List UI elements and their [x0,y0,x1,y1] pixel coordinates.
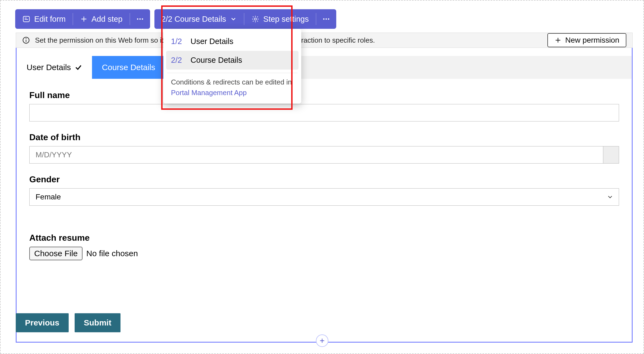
chevron-down-icon [230,15,237,23]
form-actions: Previous Submit [16,313,120,332]
svg-point-11 [328,18,329,20]
gender-value[interactable] [29,188,619,206]
step-switcher-button[interactable]: 2/2 Course Details [154,9,244,29]
command-bar-row: Edit form Add step 2/2 Course Details [15,9,336,29]
svg-point-10 [325,18,327,20]
plus-icon [80,15,88,23]
edit-form-label: Edit form [34,15,66,24]
plus-icon [554,37,561,44]
svg-point-14 [26,38,26,39]
full-name-label: Full name [29,90,619,100]
portal-management-link[interactable]: Portal Management App [171,89,247,97]
gender-label: Gender [29,174,619,184]
dob-label: Date of birth [29,132,619,142]
divider [167,73,297,73]
add-step-label: Add step [91,15,122,24]
info-icon [22,36,30,44]
svg-point-9 [323,18,324,20]
permission-info-bar: Set the permission on this Web form so i… [16,33,633,48]
date-picker-button[interactable] [603,146,619,163]
step-dropdown: 1/2 User Details 2/2 Course Details Cond… [163,29,301,104]
tab-course-details-label: Course Details [102,63,155,72]
svg-point-8 [254,18,256,20]
dob-input[interactable] [29,146,619,164]
gear-icon [251,15,259,23]
gender-select[interactable] [29,188,619,206]
step-more-button[interactable] [316,9,336,29]
command-bar-form: Edit form Add step [15,9,150,29]
tab-user-details[interactable]: User Details [17,56,92,79]
field-attach-resume: Attach resume Choose File No file chosen [29,233,619,260]
step-settings-button[interactable]: Step settings [244,9,316,29]
add-section-button[interactable] [316,334,328,347]
edit-form-button[interactable]: Edit form [15,9,73,29]
step-tabs: User Details Course Details [17,56,632,79]
choose-file-button[interactable]: Choose File [29,247,83,260]
svg-rect-0 [23,16,30,22]
no-file-text: No file chosen [86,249,138,258]
step-dropdown-item-1[interactable]: 1/2 User Details [166,32,299,51]
field-gender: Gender [29,174,619,206]
step-settings-label: Step settings [263,15,309,24]
attach-label: Attach resume [29,233,619,243]
step-name: User Details [191,37,233,46]
form-area: Full name Date of birth Gender Attach re… [17,82,632,340]
step-dropdown-item-2[interactable]: 2/2 Course Details [166,51,299,70]
ellipsis-icon [322,15,330,23]
svg-point-5 [137,18,138,20]
tab-user-details-label: User Details [27,63,71,72]
new-permission-label: New permission [565,36,619,45]
dropdown-note: Conditions & redirects can be edited in … [166,77,299,98]
submit-button[interactable]: Submit [75,313,121,332]
current-step-label: 2/2 Course Details [161,15,226,24]
svg-point-6 [139,18,141,20]
field-dob: Date of birth [29,132,619,164]
form-more-button[interactable] [130,9,150,29]
add-step-button[interactable]: Add step [73,9,129,29]
ellipsis-icon [136,15,144,23]
form-icon [22,15,30,23]
dropdown-note-text: Conditions & redirects can be edited in [171,78,292,86]
tab-course-details[interactable]: Course Details [92,56,165,79]
new-permission-button[interactable]: New permission [547,33,626,47]
check-icon [75,64,82,71]
svg-point-7 [142,18,143,20]
step-name: Course Details [191,56,242,65]
field-full-name: Full name [29,90,619,121]
full-name-input[interactable] [29,104,619,121]
command-bar-step: 2/2 Course Details Step settings [154,9,336,29]
step-index: 1/2 [171,37,185,46]
page-root: Edit form Add step 2/2 Course Details [0,0,644,354]
previous-button[interactable]: Previous [16,313,69,332]
step-index: 2/2 [171,56,185,65]
